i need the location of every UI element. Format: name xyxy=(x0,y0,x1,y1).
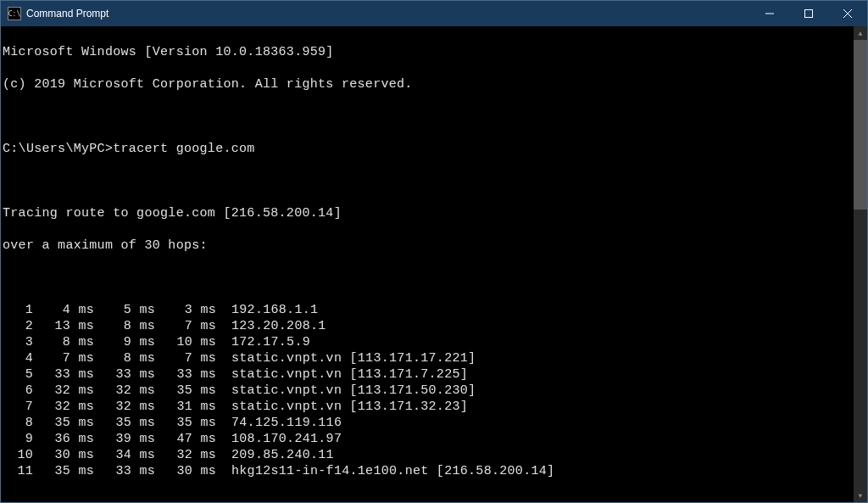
hop-time-1: 32 ms xyxy=(33,383,94,399)
hop-time-2: 33 ms xyxy=(94,463,155,479)
hop-row: 1135 ms33 ms30 mshkg12s11-in-f14.1e100.n… xyxy=(3,463,854,479)
titlebar: C:\ Command Prompt xyxy=(1,1,867,26)
hop-time-2: 8 ms xyxy=(94,318,155,334)
hops-list: 14 ms5 ms3 ms192.168.1.1213 ms8 ms7 ms12… xyxy=(3,302,854,479)
hop-host: hkg12s11-in-f14.1e100.net [216.58.200.14… xyxy=(216,463,554,479)
hop-host: static.vnpt.vn [113.171.7.225] xyxy=(216,366,468,383)
hop-host: static.vnpt.vn [113.171.32.23] xyxy=(216,399,468,415)
hop-number: 5 xyxy=(3,366,33,383)
maximize-button[interactable] xyxy=(789,1,828,26)
hop-number: 4 xyxy=(3,350,33,366)
minimize-button[interactable] xyxy=(750,1,789,26)
hop-host: static.vnpt.vn [113.171.17.221] xyxy=(216,350,476,366)
hop-time-3: 35 ms xyxy=(155,415,216,431)
hop-row: 732 ms32 ms31 msstatic.vnpt.vn [113.171.… xyxy=(3,399,854,415)
hop-time-2: 32 ms xyxy=(94,399,155,415)
trace-header: over a maximum of 30 hops: xyxy=(3,238,854,254)
hop-host: 123.20.208.1 xyxy=(216,318,326,334)
hop-row: 533 ms33 ms33 msstatic.vnpt.vn [113.171.… xyxy=(3,366,854,383)
close-button[interactable] xyxy=(828,1,867,26)
hop-host: static.vnpt.vn [113.171.50.230] xyxy=(216,383,476,399)
prompt-line: C:\Users\MyPC>tracert google.com xyxy=(3,141,854,157)
hop-time-2: 9 ms xyxy=(94,334,155,350)
prompt-path: C:\Users\MyPC> xyxy=(3,142,113,156)
hop-row: 47 ms8 ms7 msstatic.vnpt.vn [113.171.17.… xyxy=(3,350,854,366)
scrollbar[interactable]: ▲ ▼ xyxy=(854,26,867,502)
hop-time-3: 7 ms xyxy=(155,318,216,334)
scrollbar-thumb[interactable] xyxy=(854,40,867,210)
hop-number: 2 xyxy=(3,318,33,334)
hop-time-1: 4 ms xyxy=(33,302,94,318)
header-line: Microsoft Windows [Version 10.0.18363.95… xyxy=(3,44,854,60)
hop-row: 632 ms32 ms35 msstatic.vnpt.vn [113.171.… xyxy=(3,383,854,399)
hop-time-3: 33 ms xyxy=(155,366,216,383)
trace-header: Tracing route to google.com [216.58.200.… xyxy=(3,205,854,221)
hop-time-1: 35 ms xyxy=(33,415,94,431)
hop-host: 209.85.240.11 xyxy=(216,447,334,463)
hop-number: 8 xyxy=(3,415,33,431)
hop-row: 835 ms35 ms35 ms74.125.119.116 xyxy=(3,415,854,431)
hop-time-1: 32 ms xyxy=(33,399,94,415)
hop-number: 3 xyxy=(3,334,33,350)
hop-time-3: 7 ms xyxy=(155,350,216,366)
command-text: tracert google.com xyxy=(113,142,254,156)
hop-host: 74.125.119.116 xyxy=(216,415,342,431)
hop-time-3: 10 ms xyxy=(155,334,216,350)
hop-time-1: 35 ms xyxy=(33,463,94,479)
hop-number: 6 xyxy=(3,383,33,399)
hop-time-3: 31 ms xyxy=(155,399,216,415)
hop-time-2: 34 ms xyxy=(94,447,155,463)
scrollbar-down-arrow[interactable]: ▼ xyxy=(854,489,867,502)
window-controls xyxy=(750,1,867,26)
blank-line xyxy=(3,173,854,189)
hop-time-1: 8 ms xyxy=(33,334,94,350)
hop-row: 38 ms9 ms10 ms172.17.5.9 xyxy=(3,334,854,350)
hop-time-3: 3 ms xyxy=(155,302,216,318)
hop-time-2: 39 ms xyxy=(94,431,155,447)
blank-line xyxy=(3,109,854,125)
hop-time-1: 36 ms xyxy=(33,431,94,447)
hop-time-1: 13 ms xyxy=(33,318,94,334)
hop-host: 192.168.1.1 xyxy=(216,302,318,318)
hop-row: 936 ms39 ms47 ms108.170.241.97 xyxy=(3,431,854,447)
blank-line xyxy=(3,270,854,286)
cmd-icon: C:\ xyxy=(8,7,21,20)
terminal-content[interactable]: Microsoft Windows [Version 10.0.18363.95… xyxy=(1,26,854,502)
hop-time-2: 33 ms xyxy=(94,366,155,383)
header-line: (c) 2019 Microsoft Corporation. All righ… xyxy=(3,76,854,92)
hop-host: 172.17.5.9 xyxy=(216,334,310,350)
hop-number: 1 xyxy=(3,302,33,318)
scrollbar-up-arrow[interactable]: ▲ xyxy=(854,26,867,40)
hop-time-2: 32 ms xyxy=(94,383,155,399)
hop-time-1: 7 ms xyxy=(33,350,94,366)
hop-row: 213 ms8 ms7 ms123.20.208.1 xyxy=(3,318,854,334)
hop-time-1: 30 ms xyxy=(33,447,94,463)
blank-line xyxy=(3,495,854,503)
svg-rect-1 xyxy=(805,10,813,18)
hop-time-3: 32 ms xyxy=(155,447,216,463)
hop-time-2: 5 ms xyxy=(94,302,155,318)
hop-number: 9 xyxy=(3,431,33,447)
hop-number: 10 xyxy=(3,447,33,463)
hop-number: 11 xyxy=(3,463,33,479)
hop-row: 1030 ms34 ms32 ms209.85.240.11 xyxy=(3,447,854,463)
hop-host: 108.170.241.97 xyxy=(216,431,342,447)
hop-time-2: 8 ms xyxy=(94,350,155,366)
hop-time-3: 47 ms xyxy=(155,431,216,447)
hop-time-3: 35 ms xyxy=(155,383,216,399)
window-title: Command Prompt xyxy=(26,8,750,20)
hop-time-2: 35 ms xyxy=(94,415,155,431)
hop-time-3: 30 ms xyxy=(155,463,216,479)
hop-time-1: 33 ms xyxy=(33,366,94,383)
hop-number: 7 xyxy=(3,399,33,415)
hop-row: 14 ms5 ms3 ms192.168.1.1 xyxy=(3,302,854,318)
terminal-area: Microsoft Windows [Version 10.0.18363.95… xyxy=(1,26,867,502)
